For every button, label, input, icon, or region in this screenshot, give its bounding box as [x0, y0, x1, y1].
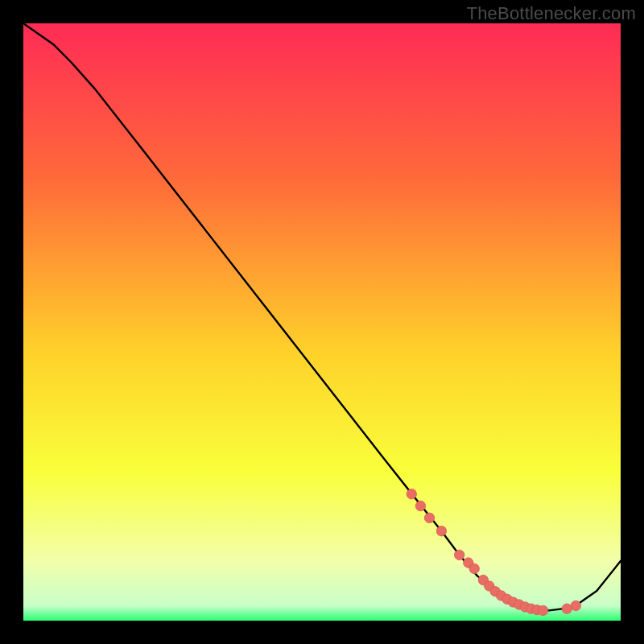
marker-point [469, 564, 479, 573]
marker-point [538, 605, 547, 615]
marker-point [436, 526, 446, 536]
watermark-text: TheBottlenecker.com [467, 3, 636, 24]
marker-point [415, 501, 425, 510]
marker-point [562, 604, 572, 613]
plot-area [23, 23, 621, 621]
marker-point [454, 550, 464, 559]
chart-svg [23, 23, 621, 621]
marker-point [571, 601, 580, 610]
chart-frame: TheBottlenecker.com [0, 0, 644, 644]
marker-point [407, 489, 416, 499]
marker-point [424, 513, 434, 522]
